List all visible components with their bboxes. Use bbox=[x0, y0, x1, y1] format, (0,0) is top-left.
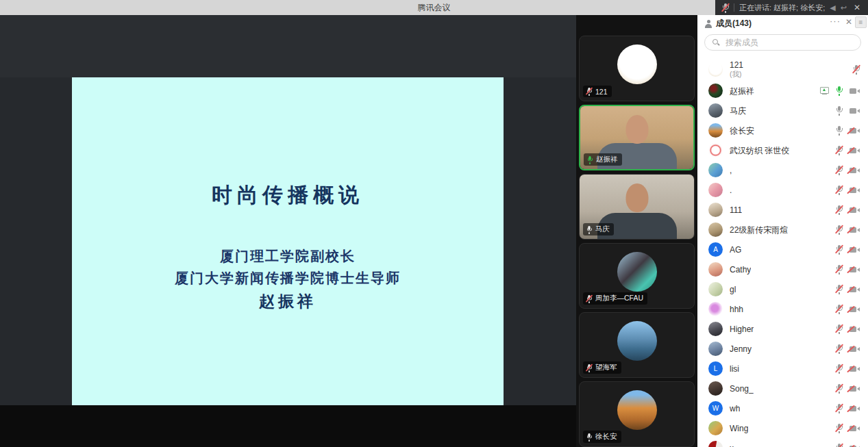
member-row[interactable]: Wing bbox=[697, 418, 868, 438]
member-row[interactable]: hhh bbox=[697, 299, 868, 319]
member-status-icons bbox=[853, 65, 860, 74]
member-row[interactable]: Higher bbox=[697, 319, 868, 339]
member-count-label: 成员(143) bbox=[716, 18, 752, 29]
participant-avatar bbox=[617, 390, 657, 430]
shared-screen-stage[interactable]: 时尚传播概说 厦门理工学院副校长 厦门大学新闻传播学院博士生导师 赵振祥 bbox=[0, 15, 576, 447]
video-tile[interactable]: 望海军 bbox=[579, 312, 695, 378]
avatar bbox=[708, 203, 723, 217]
camera-icon bbox=[850, 107, 860, 114]
video-tile[interactable]: 徐长安 bbox=[579, 381, 695, 447]
tile-label: 徐长安 bbox=[583, 431, 621, 443]
camera-off-icon bbox=[850, 425, 860, 432]
slide-subtitle-line2: 厦门大学新闻传播学院博士生导师 bbox=[72, 267, 504, 289]
member-row[interactable]: Song_ bbox=[697, 379, 868, 398]
screen-share-icon bbox=[820, 87, 829, 94]
member-name: AG bbox=[730, 245, 741, 255]
slide-title: 时尚传播概说 bbox=[72, 77, 504, 209]
avatar bbox=[708, 262, 723, 277]
member-row[interactable]: 武汉纺织 张世佼 bbox=[697, 140, 868, 160]
participant-avatar bbox=[617, 44, 657, 84]
camera-off-icon bbox=[850, 207, 860, 214]
slide-subtitle: 厦门理工学院副校长 厦门大学新闻传播学院博士生导师 bbox=[72, 245, 504, 289]
member-row[interactable]: 赵振祥 bbox=[697, 81, 868, 101]
member-subtitle: (我) bbox=[730, 70, 743, 78]
mic-muted-icon bbox=[836, 146, 843, 155]
avatar bbox=[708, 342, 723, 356]
meeting-window: 腾讯会议 正在讲话: 赵振祥; 徐长安; ◀ ↩ ✕ 时尚传播概说 厦门理工学院… bbox=[0, 0, 868, 447]
video-tile[interactable]: 赵振祥 bbox=[579, 105, 695, 170]
close-panel-icon[interactable]: ✕ bbox=[845, 17, 852, 27]
avatar bbox=[708, 123, 723, 138]
member-names: , bbox=[730, 166, 732, 175]
member-name: x bbox=[730, 444, 734, 447]
camera-off-icon bbox=[850, 127, 860, 134]
member-name: hhh bbox=[730, 305, 743, 314]
avatar: L bbox=[708, 361, 723, 376]
camera-off-icon bbox=[850, 385, 860, 392]
avatar bbox=[708, 62, 723, 77]
search-input[interactable] bbox=[724, 37, 854, 48]
member-row[interactable]: 22级新传宋雨煊 bbox=[697, 220, 868, 240]
member-row[interactable]: W wh bbox=[697, 398, 868, 418]
camera-off-icon bbox=[850, 366, 860, 372]
member-name: Higher bbox=[730, 324, 754, 334]
participant-avatar bbox=[617, 321, 657, 361]
video-tile[interactable]: 121 bbox=[579, 36, 695, 101]
member-name: 赵振祥 bbox=[730, 86, 754, 96]
member-row[interactable]: 111 bbox=[697, 200, 868, 220]
member-names: 徐长安 bbox=[730, 126, 754, 136]
member-name: Jenny bbox=[730, 344, 752, 354]
member-row[interactable]: A AG bbox=[697, 240, 868, 259]
camera-off-icon bbox=[850, 326, 860, 333]
video-tile[interactable]: 周加李—CFAU bbox=[579, 243, 695, 309]
panel-menu-icon[interactable]: ≡ bbox=[855, 16, 867, 28]
member-names: Song_ bbox=[730, 384, 754, 394]
member-row[interactable]: Jenny bbox=[697, 339, 868, 359]
mic-muted-icon bbox=[836, 324, 843, 333]
search-icon bbox=[712, 38, 720, 47]
member-status-icons bbox=[836, 285, 860, 294]
mic-muted-icon bbox=[853, 65, 860, 74]
mic-muted-icon[interactable] bbox=[722, 3, 729, 12]
camera-off-icon bbox=[850, 227, 860, 233]
member-row[interactable]: x bbox=[697, 438, 868, 447]
member-names: Wing bbox=[730, 424, 748, 433]
close-widget-icon[interactable]: ✕ bbox=[852, 0, 863, 15]
member-search-box[interactable] bbox=[704, 34, 861, 51]
avatar bbox=[708, 381, 723, 396]
camera-off-icon bbox=[850, 445, 860, 447]
member-row[interactable]: . bbox=[697, 180, 868, 200]
mic-muted-icon bbox=[836, 404, 843, 413]
member-row[interactable]: 马庆 bbox=[697, 101, 868, 120]
member-status-icons bbox=[836, 384, 860, 393]
member-names: gl bbox=[730, 285, 736, 294]
member-row[interactable]: 121 (我) bbox=[697, 58, 868, 81]
member-names: Jenny bbox=[730, 344, 752, 354]
member-name: Song_ bbox=[730, 384, 754, 394]
mic-icon bbox=[836, 126, 843, 135]
member-row[interactable]: Cathy bbox=[697, 259, 868, 279]
slide-presenter-name: 赵振祥 bbox=[72, 291, 504, 312]
member-names: hhh bbox=[730, 305, 743, 314]
member-row[interactable]: gl bbox=[697, 279, 868, 299]
member-row[interactable]: , bbox=[697, 160, 868, 180]
member-row[interactable]: L lisi bbox=[697, 359, 868, 379]
member-name: wh bbox=[730, 404, 740, 413]
mic-muted-icon bbox=[836, 444, 843, 447]
camera-off-icon bbox=[850, 266, 860, 273]
participant-avatar bbox=[617, 252, 657, 292]
member-row[interactable]: 徐长安 bbox=[697, 120, 868, 140]
video-tile[interactable]: 马庆 bbox=[579, 174, 695, 240]
member-name: . bbox=[730, 186, 732, 195]
mic-icon bbox=[836, 86, 843, 95]
more-options-icon[interactable]: ··· bbox=[830, 16, 841, 26]
restore-arrow-icon[interactable]: ↩ bbox=[841, 0, 847, 15]
member-names: 赵振祥 bbox=[730, 86, 754, 96]
avatar bbox=[708, 143, 723, 157]
member-names: . bbox=[730, 186, 732, 195]
member-status-icons bbox=[836, 146, 860, 155]
mic-muted-icon bbox=[836, 305, 843, 314]
tile-name: 马庆 bbox=[595, 225, 610, 234]
collapse-arrow-icon[interactable]: ◀ bbox=[830, 0, 835, 15]
member-names: wh bbox=[730, 404, 740, 413]
